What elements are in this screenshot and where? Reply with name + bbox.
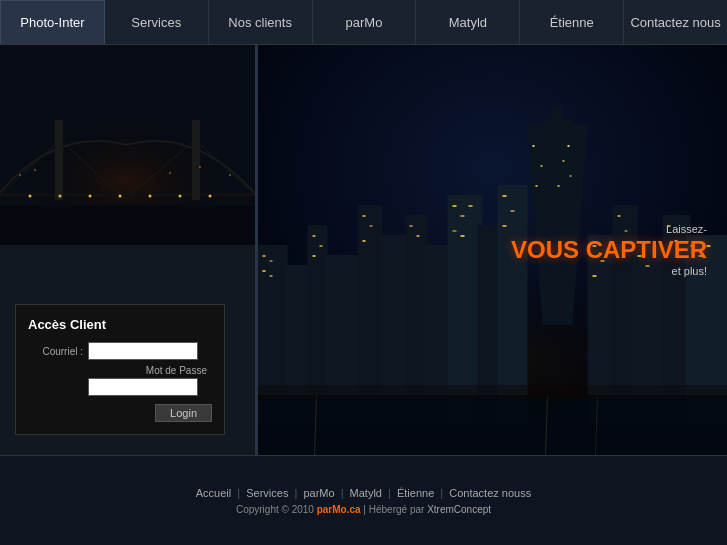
svg-point-18	[34, 169, 36, 171]
svg-rect-58	[453, 230, 457, 232]
svg-rect-2	[0, 205, 255, 245]
svg-rect-80	[558, 185, 560, 187]
footer-brand: parMo.ca	[317, 504, 361, 515]
nav-item-matyld[interactable]: Matyld	[416, 0, 520, 44]
footer-link-matyld[interactable]: Matyld	[350, 487, 382, 499]
svg-rect-48	[320, 245, 323, 247]
footer-separator-3: |	[341, 487, 347, 499]
footer-link-accueil[interactable]: Accueil	[196, 487, 231, 499]
nav-item-nos-clients[interactable]: Nos clients	[209, 0, 313, 44]
svg-rect-81	[570, 175, 572, 177]
footer-link-services[interactable]: Services	[246, 487, 288, 499]
nav-item-services[interactable]: Services	[105, 0, 209, 44]
footer-copyright: Copyright © 2010 parMo.ca | Hébergé par …	[236, 504, 491, 515]
password-input[interactable]	[88, 378, 198, 396]
svg-rect-44	[270, 260, 273, 262]
svg-rect-46	[270, 275, 273, 277]
svg-rect-37	[553, 105, 563, 125]
login-button[interactable]: Login	[155, 404, 212, 422]
city-background: Laissez- VOUS CAPTIVER et plus!	[258, 45, 727, 455]
vous-captiver-text: VOUS CAPTIVER	[511, 238, 707, 262]
footer-separator-4: |	[388, 487, 394, 499]
svg-point-19	[169, 172, 171, 174]
svg-rect-51	[370, 225, 373, 227]
svg-rect-76	[568, 145, 570, 147]
svg-point-16	[209, 195, 212, 198]
svg-rect-59	[461, 235, 465, 237]
bridge-image	[0, 45, 255, 245]
svg-point-14	[149, 195, 152, 198]
vous-captiver-overlay: Laissez- VOUS CAPTIVER et plus!	[511, 223, 707, 277]
login-box: Accès Client Courriel : Mot de Passe Log…	[15, 304, 225, 435]
svg-rect-78	[563, 160, 565, 162]
bridge-background	[0, 45, 255, 245]
footer-separator-2: |	[294, 487, 300, 499]
svg-point-12	[89, 195, 92, 198]
left-panel: Photo Inter Créateur d'images, Créateur …	[0, 45, 255, 455]
svg-rect-55	[453, 205, 457, 207]
footer-separator-1: |	[237, 487, 243, 499]
svg-rect-77	[541, 165, 543, 167]
right-panel: Laissez- VOUS CAPTIVER et plus!	[258, 45, 727, 455]
nav-item-photo-inter[interactable]: Photo-Inter	[0, 0, 105, 44]
svg-rect-79	[536, 185, 538, 187]
et-plus-text: et plus!	[511, 265, 707, 277]
svg-rect-56	[461, 215, 465, 217]
email-row: Courriel :	[28, 342, 212, 360]
svg-rect-8	[55, 120, 63, 200]
login-title: Accès Client	[28, 317, 212, 332]
password-row	[28, 378, 212, 396]
svg-rect-53	[410, 225, 413, 227]
email-label: Courriel :	[28, 346, 83, 357]
svg-rect-66	[618, 215, 621, 217]
footer: Accueil | Services | parMo | Matyld | Ét…	[0, 455, 727, 545]
svg-point-13	[119, 195, 122, 198]
svg-point-21	[229, 174, 231, 176]
svg-rect-60	[503, 195, 507, 197]
footer-hosted-by[interactable]: XtremConcept	[427, 504, 491, 515]
svg-rect-86	[258, 385, 727, 400]
login-btn-row: Login	[28, 404, 212, 422]
svg-rect-45	[263, 270, 266, 272]
svg-rect-49	[313, 255, 316, 257]
main-content: Photo Inter Créateur d'images, Créateur …	[0, 45, 727, 455]
svg-rect-61	[511, 210, 515, 212]
footer-link-contactez[interactable]: Contactez nouss	[449, 487, 531, 499]
svg-rect-52	[363, 240, 366, 242]
footer-separator-5: |	[440, 487, 446, 499]
svg-rect-47	[313, 235, 316, 237]
svg-rect-50	[363, 215, 366, 217]
svg-rect-54	[417, 235, 420, 237]
footer-links: Accueil | Services | parMo | Matyld | Ét…	[196, 487, 531, 499]
laissez-text: Laissez-	[511, 223, 707, 235]
email-input[interactable]	[88, 342, 198, 360]
svg-point-10	[29, 195, 32, 198]
nav-item-contactez-nous[interactable]: Contactez nous	[624, 0, 727, 44]
svg-rect-75	[533, 145, 535, 147]
svg-rect-9	[192, 120, 200, 200]
nav-item-parmo[interactable]: parMo	[313, 0, 417, 44]
svg-point-11	[59, 195, 62, 198]
svg-rect-74	[707, 245, 711, 247]
svg-point-20	[199, 166, 201, 168]
svg-point-17	[19, 174, 21, 176]
svg-rect-57	[469, 205, 473, 207]
svg-rect-62	[503, 225, 507, 227]
svg-rect-43	[263, 255, 266, 257]
password-label: Mot de Passe	[28, 365, 212, 376]
footer-link-etienne[interactable]: Étienne	[397, 487, 434, 499]
nav-item-etienne[interactable]: Étienne	[520, 0, 624, 44]
svg-point-15	[179, 195, 182, 198]
svg-rect-82	[258, 395, 727, 455]
main-nav: Photo-Inter Services Nos clients parMo M…	[0, 0, 727, 45]
footer-link-parmo[interactable]: parMo	[303, 487, 334, 499]
